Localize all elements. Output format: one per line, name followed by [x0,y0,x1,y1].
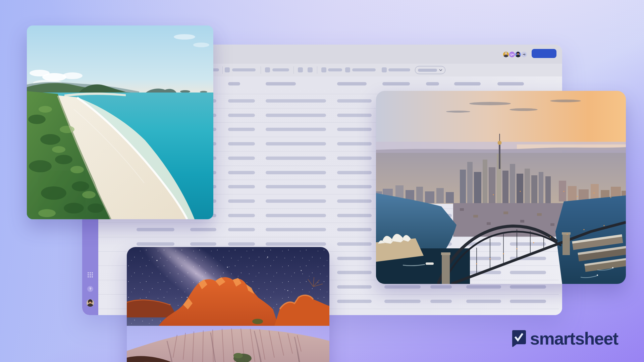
cell-text-placeholder[interactable] [228,185,255,188]
cell-text-placeholder[interactable] [266,199,326,203]
cell-text-placeholder[interactable] [137,242,174,246]
app-launcher-icon[interactable] [87,272,93,278]
help-button[interactable]: ? [87,286,93,292]
cell-text-placeholder[interactable] [337,242,372,246]
toolbar-divider [261,66,261,74]
cell-text-placeholder[interactable] [228,228,255,231]
cell-text-placeholder[interactable] [266,171,326,174]
desert-photo-illustration [127,247,329,362]
cell-text-placeholder[interactable] [337,214,372,217]
cell-text-placeholder[interactable] [337,99,372,103]
cell-text-placeholder[interactable] [266,128,326,131]
toolbar-label-placeholder [388,68,410,71]
avatar-stack: QA+6 [503,52,527,58]
cell-text-placeholder[interactable] [266,185,326,188]
collaborator-avatar-1[interactable] [503,52,509,57]
cell-text-placeholder[interactable] [384,300,421,303]
smartsheet-logo-mark [511,329,527,348]
toolbar-label-placeholder [272,68,289,71]
cell-text-placeholder[interactable] [337,114,372,117]
toolbar-button-icon[interactable] [298,67,303,72]
column-header-placeholder [382,82,410,85]
cell-text-placeholder[interactable] [266,142,326,145]
cell-text-placeholder[interactable] [384,285,421,289]
cell-text-placeholder[interactable] [337,228,372,231]
dropdown-value-placeholder [418,69,437,72]
photo-card-beach [27,25,213,219]
cell-text-placeholder[interactable] [466,300,501,303]
cell-text-placeholder[interactable] [266,99,326,103]
cell-text-placeholder[interactable] [510,300,546,303]
column-header-placeholder [266,82,296,85]
cell-text-placeholder[interactable] [337,128,372,131]
cell-text-placeholder[interactable] [266,157,326,160]
cell-text-placeholder[interactable] [510,285,546,289]
column-header-placeholder [454,82,481,85]
collaborator-avatar-qa[interactable]: QA [509,52,515,57]
photo-card-desert [127,247,329,362]
collaborator-overflow-count[interactable]: +6 [521,52,527,57]
toolbar-dropdown[interactable] [415,66,445,74]
cell-text-placeholder[interactable] [337,157,372,160]
cell-text-placeholder[interactable] [337,285,372,289]
toolbar-divider [222,66,223,74]
column-header-placeholder [337,82,367,85]
toolbar-button-icon[interactable] [345,67,350,72]
toolbar-button-icon[interactable] [225,67,230,72]
cell-text-placeholder[interactable] [337,257,372,260]
cell-text-placeholder[interactable] [228,242,255,246]
column-header-placeholder [497,82,524,85]
toolbar-button-icon[interactable] [321,67,326,72]
sydney-photo-illustration [376,91,626,284]
toolbar-button-icon[interactable] [265,67,270,72]
cell-text-placeholder[interactable] [337,300,372,303]
cell-text-placeholder[interactable] [228,199,255,203]
cell-text-placeholder[interactable] [266,114,326,117]
toolbar-label-placeholder [328,68,342,71]
cell-text-placeholder[interactable] [337,185,372,188]
collaborator-avatar-2[interactable] [515,52,521,57]
cell-text-placeholder[interactable] [228,142,255,145]
cell-text-placeholder[interactable] [190,242,216,246]
cell-text-placeholder[interactable] [266,242,326,246]
cell-text-placeholder[interactable] [266,228,326,231]
toolbar-label-placeholder [232,68,256,71]
cell-text-placeholder[interactable] [337,142,372,145]
cell-text-placeholder[interactable] [266,214,326,217]
grid-dots-icon [87,272,93,278]
cell-text-placeholder[interactable] [430,285,452,289]
cell-text-placeholder[interactable] [228,128,255,131]
cell-text-placeholder[interactable] [228,214,255,217]
column-header-placeholder [426,82,439,85]
cell-text-placeholder[interactable] [137,228,174,231]
cell-text-placeholder[interactable] [430,300,452,303]
cell-text-placeholder[interactable] [337,271,372,274]
cell-text-placeholder[interactable] [466,285,501,289]
cell-text-placeholder[interactable] [228,171,255,174]
toolbar-button-icon[interactable] [308,67,313,72]
toolbar-divider [293,66,294,74]
beach-photo-illustration [27,25,213,219]
smartsheet-logo: smartsheet [511,328,618,349]
smartsheet-wordmark: smartsheet [530,328,618,349]
cell-text-placeholder[interactable] [337,171,372,174]
toolbar-divider [317,66,317,74]
cell-text-placeholder[interactable] [337,199,372,203]
cell-text-placeholder[interactable] [228,157,255,160]
photo-card-sydney [376,91,626,284]
cell-text-placeholder[interactable] [228,99,255,103]
primary-action-button[interactable] [532,49,556,58]
toolbar-button-icon[interactable] [382,67,387,72]
user-avatar[interactable] [87,299,94,307]
column-header-placeholder [228,82,240,85]
cell-text-placeholder[interactable] [228,114,255,117]
cell-text-placeholder[interactable] [190,228,216,231]
toolbar-label-placeholder [352,68,376,71]
chevron-down-icon [439,69,442,71]
